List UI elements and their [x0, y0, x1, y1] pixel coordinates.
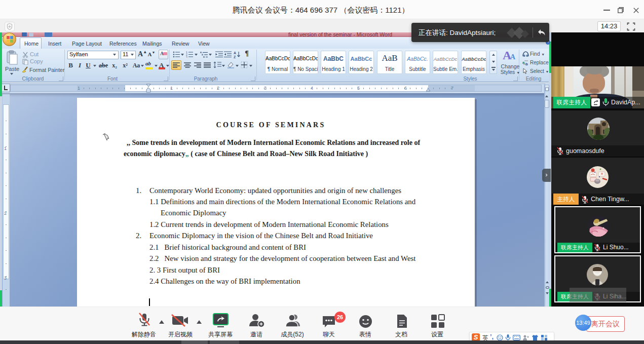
svg-text:b: b [525, 62, 528, 65]
svg-text:A: A [234, 51, 236, 55]
svg-text:Z: Z [234, 55, 236, 58]
svg-text:3: 3 [186, 56, 187, 58]
